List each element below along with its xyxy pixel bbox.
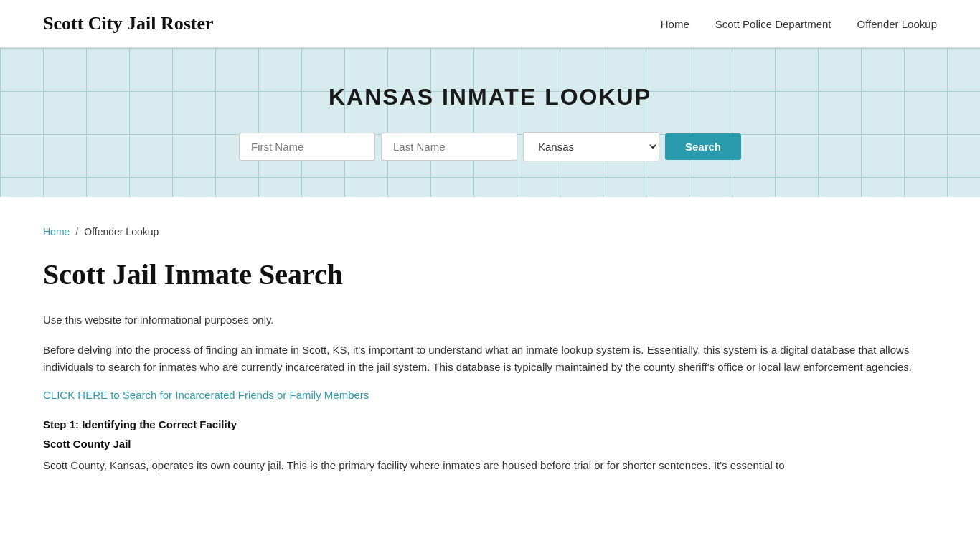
search-bar: Kansas Missouri Oklahoma Colorado Nebras… (14, 132, 966, 161)
breadcrumb-home[interactable]: Home (43, 226, 70, 237)
breadcrumb-separator: / (75, 226, 78, 237)
facility-name: Scott County Jail (43, 438, 937, 450)
body-text: Before delving into the process of findi… (43, 342, 937, 376)
hero-title: KANSAS INMATE LOOKUP (14, 84, 966, 110)
first-name-input[interactable] (239, 133, 375, 161)
search-link[interactable]: CLICK HERE to Search for Incarcerated Fr… (43, 389, 937, 401)
state-select[interactable]: Kansas Missouri Oklahoma Colorado Nebras… (523, 132, 659, 161)
intro-text: Use this website for informational purpo… (43, 311, 937, 329)
step1-heading: Step 1: Identifying the Correct Facility (43, 418, 937, 430)
breadcrumb: Home / Offender Lookup (43, 226, 937, 237)
nav-lookup[interactable]: Offender Lookup (857, 18, 937, 30)
main-content: Home / Offender Lookup Scott Jail Inmate… (0, 197, 980, 516)
search-button[interactable]: Search (665, 133, 741, 160)
hero-banner: KANSAS INMATE LOOKUP Kansas Missouri Okl… (0, 48, 980, 197)
site-header: Scott City Jail Roster Home Scott Police… (0, 0, 980, 48)
nav-department[interactable]: Scott Police Department (715, 18, 831, 30)
last-name-input[interactable] (381, 133, 517, 161)
page-title: Scott Jail Inmate Search (43, 258, 937, 291)
site-title: Scott City Jail Roster (43, 13, 214, 34)
facility-text: Scott County, Kansas, operates its own c… (43, 457, 937, 474)
main-nav: Home Scott Police Department Offender Lo… (661, 18, 937, 30)
breadcrumb-current: Offender Lookup (84, 226, 159, 237)
nav-home[interactable]: Home (661, 18, 689, 30)
